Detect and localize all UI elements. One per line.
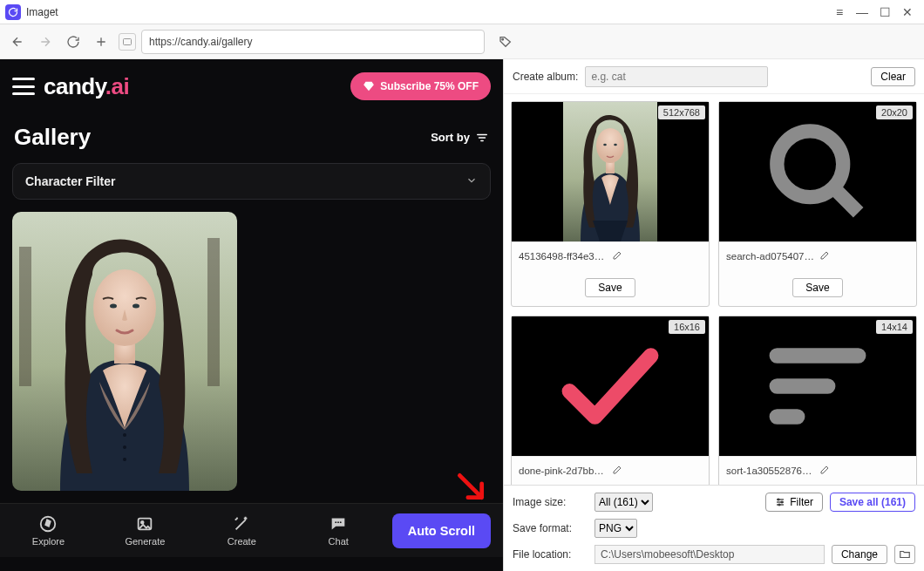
svg-point-16 xyxy=(337,521,339,523)
character-filter[interactable]: Character Filter xyxy=(12,163,491,200)
brand-logo: candy.ai xyxy=(44,73,129,100)
bookmark-button[interactable] xyxy=(495,31,516,52)
save-button[interactable]: Save xyxy=(585,278,635,297)
file-location-input[interactable] xyxy=(594,545,825,564)
svg-point-6 xyxy=(93,269,156,346)
sliders-icon xyxy=(775,497,785,507)
filename: done-pink-2d7bb079035ef1515c43 xyxy=(519,466,608,476)
page-title: Gallery xyxy=(14,124,91,151)
svg-point-17 xyxy=(340,521,342,523)
refresh-icon xyxy=(8,7,18,17)
save-all-button[interactable]: Save all (161) xyxy=(830,493,915,512)
nav-label: Chat xyxy=(329,536,349,547)
thumbnail[interactable]: 20x20 xyxy=(719,102,916,241)
menu-icon[interactable]: ≡ xyxy=(828,1,851,24)
sort-label: Sort by xyxy=(431,131,470,144)
save-button[interactable]: Save xyxy=(792,278,842,297)
result-card: 14x14 sort-1a3055287694f7d9da8bddca2 xyxy=(718,316,917,485)
minimize-button[interactable]: — xyxy=(851,1,873,24)
nav-explore[interactable]: Explore xyxy=(0,514,97,547)
svg-point-10 xyxy=(123,445,126,449)
brand-accent: .ai xyxy=(105,73,129,99)
folder-icon xyxy=(899,548,911,561)
nav-generate[interactable]: Generate xyxy=(97,514,194,547)
tab-icon xyxy=(119,33,136,51)
save-format-select[interactable]: PNG xyxy=(594,519,637,538)
svg-rect-3 xyxy=(19,247,31,386)
tag-icon xyxy=(499,35,513,49)
image-size-label: Image size: xyxy=(513,496,588,508)
back-button[interactable] xyxy=(7,31,28,52)
open-folder-button[interactable] xyxy=(894,545,915,564)
svg-point-15 xyxy=(336,521,337,523)
image-icon xyxy=(135,514,154,534)
title-bar: Imaget ≡ — ☐ ✕ xyxy=(0,0,924,24)
maximize-button[interactable]: ☐ xyxy=(873,1,896,24)
clear-button[interactable]: Clear xyxy=(871,67,915,86)
thumbnail[interactable]: 16x16 xyxy=(512,316,709,456)
gallery-thumbnail[interactable] xyxy=(12,212,237,491)
chevron-down-icon xyxy=(465,174,478,189)
compass-icon xyxy=(38,514,58,534)
edit-icon[interactable] xyxy=(819,465,909,477)
file-location-label: File location: xyxy=(513,548,588,561)
image-size-select[interactable]: All (161) xyxy=(594,493,653,512)
dimension-badge: 20x20 xyxy=(876,105,913,119)
forward-button[interactable] xyxy=(35,31,56,52)
svg-point-25 xyxy=(781,501,783,503)
hamburger-button[interactable] xyxy=(12,78,35,95)
window-icon xyxy=(122,37,132,47)
result-card: 20x20 search-ad075407f6e869bfd0c930f8 Sa… xyxy=(718,101,917,307)
svg-rect-0 xyxy=(124,38,132,44)
annotation-arrow-icon xyxy=(454,470,487,503)
url-toolbar xyxy=(0,24,924,59)
bottom-nav: Explore Generate Create Chat Auto Scroll xyxy=(0,503,503,557)
svg-point-8 xyxy=(132,304,139,309)
plus-icon xyxy=(94,35,108,49)
dimension-badge: 14x14 xyxy=(876,320,913,334)
wand-icon xyxy=(232,514,251,534)
sort-button[interactable]: Sort by xyxy=(431,131,489,144)
album-bar: Create album: Clear xyxy=(504,59,924,94)
chat-icon xyxy=(329,514,348,534)
change-button[interactable]: Change xyxy=(832,545,887,564)
svg-point-21 xyxy=(603,144,607,146)
create-album-label: Create album: xyxy=(513,71,578,83)
sort-lines-icon xyxy=(757,325,879,447)
album-input[interactable] xyxy=(585,66,768,87)
arrow-right-icon xyxy=(38,35,52,49)
nav-create[interactable]: Create xyxy=(194,514,290,547)
character-filter-label: Character Filter xyxy=(25,174,115,188)
sort-icon xyxy=(475,132,489,144)
check-icon xyxy=(549,325,671,447)
svg-point-14 xyxy=(141,521,144,524)
thumbnail[interactable]: 512x768 xyxy=(512,102,709,241)
filename: search-ad075407f6e869bfd0c930f8 xyxy=(726,251,816,262)
subscribe-button[interactable]: Subscribe 75% OFF xyxy=(350,72,491,100)
result-card: 512x768 xyxy=(511,101,710,307)
edit-icon[interactable] xyxy=(819,250,909,262)
svg-point-7 xyxy=(110,304,117,309)
arrow-left-icon xyxy=(10,35,24,49)
filter-button[interactable]: Filter xyxy=(765,493,823,512)
nav-label: Create xyxy=(228,536,256,547)
filename: sort-1a3055287694f7d9da8bddca2 xyxy=(726,466,816,476)
subscribe-label: Subscribe 75% OFF xyxy=(380,80,479,92)
nav-label: Generate xyxy=(125,536,165,547)
url-input[interactable] xyxy=(141,30,485,54)
auto-scroll-button[interactable]: Auto Scroll xyxy=(392,513,491,548)
svg-point-1 xyxy=(502,38,504,40)
nav-chat[interactable]: Chat xyxy=(290,514,387,547)
svg-point-26 xyxy=(778,504,780,506)
dimension-badge: 16x16 xyxy=(669,320,705,334)
close-button[interactable]: ✕ xyxy=(896,1,919,24)
brand-main: candy xyxy=(44,73,105,99)
nav-label: Explore xyxy=(32,536,65,547)
edit-icon[interactable] xyxy=(612,465,702,477)
controls: Image size: All (161) Filter Save all (1… xyxy=(504,485,924,571)
thumbnail[interactable]: 14x14 xyxy=(719,316,916,456)
app-logo xyxy=(5,4,21,20)
reload-button[interactable] xyxy=(63,31,84,52)
edit-icon[interactable] xyxy=(612,250,702,262)
new-tab-button[interactable] xyxy=(91,31,112,52)
